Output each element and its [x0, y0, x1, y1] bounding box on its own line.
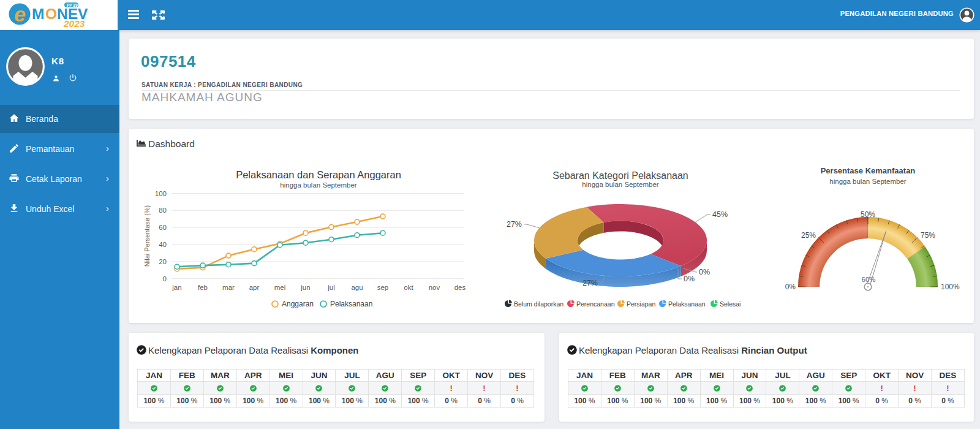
svg-text:0: 0	[163, 275, 167, 283]
svg-text:mei: mei	[274, 284, 286, 291]
svg-text:okt: okt	[404, 284, 413, 291]
svg-text:60%: 60%	[861, 276, 875, 283]
svg-text:100%: 100%	[941, 283, 960, 291]
svg-text:sep: sep	[377, 284, 389, 291]
svg-text:80: 80	[159, 207, 167, 214]
svg-text:27%: 27%	[582, 279, 598, 287]
svg-text:0%: 0%	[684, 275, 695, 283]
svg-text:Nilai Persentase (%): Nilai Persentase (%)	[143, 205, 151, 267]
svg-text:20: 20	[159, 258, 167, 265]
svg-text:M: M	[32, 6, 45, 22]
svg-text:40: 40	[159, 241, 167, 248]
svg-text:Persentase Kemanfaatan: Persentase Kemanfaatan	[821, 166, 916, 175]
svg-text:100: 100	[155, 190, 167, 197]
svg-text:Persiapan: Persiapan	[627, 300, 655, 308]
svg-text:hingga bulan September: hingga bulan September	[280, 181, 356, 189]
svg-text:O: O	[45, 6, 57, 22]
svg-text:jan: jan	[172, 284, 181, 291]
svg-text:Selesai: Selesai	[720, 300, 741, 308]
svg-text:hingga bulan September: hingga bulan September	[829, 178, 906, 185]
svg-text:25%: 25%	[801, 231, 816, 240]
svg-text:50%: 50%	[861, 210, 875, 219]
svg-text:Belum dilaporkan: Belum dilaporkan	[514, 300, 564, 308]
svg-text:Anggaran: Anggaran	[282, 300, 314, 308]
svg-text:75%: 75%	[921, 231, 935, 240]
svg-text:nov: nov	[429, 284, 440, 291]
svg-text:e: e	[14, 2, 26, 26]
svg-text:jul: jul	[327, 284, 335, 291]
svg-text:apr: apr	[249, 284, 260, 291]
svg-text:2023: 2023	[63, 18, 85, 28]
svg-text:0%: 0%	[785, 283, 796, 291]
svg-text:mar: mar	[222, 284, 235, 291]
svg-text:Sebaran Kategori Pelaksanaan: Sebaran Kategori Pelaksanaan	[552, 170, 688, 181]
svg-text:jun: jun	[300, 284, 310, 291]
svg-text:27%: 27%	[507, 220, 522, 229]
svg-text:des: des	[454, 284, 466, 291]
svg-text:Pelaksanaan dan Serapan Anggar: Pelaksanaan dan Serapan Anggaran	[236, 169, 401, 180]
svg-text:Pelaksanaan: Pelaksanaan	[330, 300, 372, 308]
svg-text:45%: 45%	[712, 210, 728, 219]
svg-text:PP 39: PP 39	[67, 3, 78, 7]
svg-text:Pelaksanaan: Pelaksanaan	[668, 300, 706, 308]
svg-text:60: 60	[159, 224, 167, 231]
svg-text:hingga bulan September: hingga bulan September	[582, 181, 658, 188]
svg-text:0%: 0%	[699, 268, 710, 276]
svg-text:agu: agu	[351, 284, 363, 291]
svg-text:Perencanaan: Perencanaan	[576, 300, 615, 308]
svg-text:feb: feb	[198, 284, 208, 291]
